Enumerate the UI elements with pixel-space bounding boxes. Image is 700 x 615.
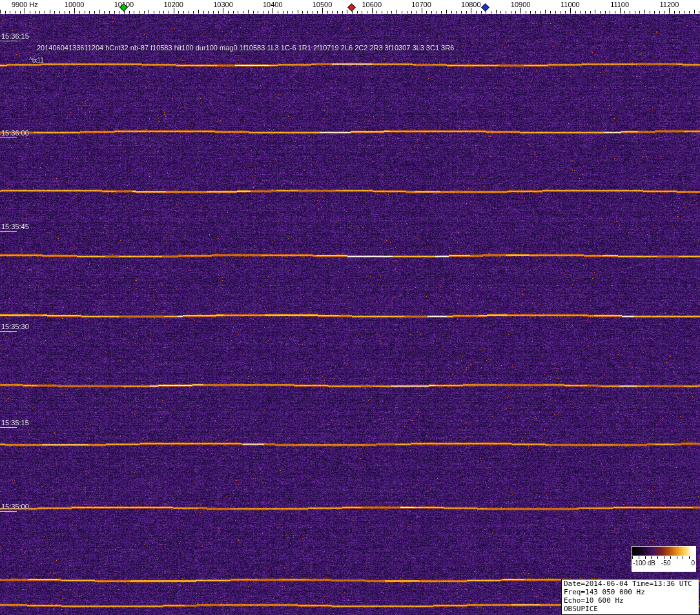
info-station-line: OBSUPICE	[564, 605, 697, 613]
freq-tick-label: 10400	[256, 1, 289, 8]
info-freq-line: Freq=143 050 000 Hz	[564, 588, 697, 596]
tx-marker-label: ^tx11	[29, 57, 44, 64]
freq-tick-label: 10700	[405, 1, 438, 8]
frequency-ruler[interactable]: 9900 Hz100001010010200103001040010500106…	[0, 0, 700, 14]
info-date-line: Date=2014-06-04 Time=13:36 UTC	[564, 580, 697, 588]
waterfall-canvas[interactable]	[0, 14, 700, 615]
time-tick-label: 15:35:45	[1, 223, 29, 230]
time-tick-line	[0, 137, 17, 138]
freq-tick-label: 10600	[355, 1, 389, 8]
detection-annotation: 20140604133611204 hCnt32 nb-87 f10583 hi…	[37, 44, 454, 52]
time-tick-label: 15:35:15	[1, 419, 29, 427]
colorbar-gradient	[632, 547, 695, 556]
freq-tick-label: 11100	[603, 1, 637, 8]
time-tick-line	[0, 41, 17, 41]
time-tick-line	[0, 231, 17, 232]
colorbar-label-mid: -50	[661, 560, 670, 567]
spectrogram-app: 9900 Hz100001010010200103001040010500106…	[0, 0, 700, 615]
time-tick-label: 15:35:00	[1, 503, 29, 510]
colorbar-labels: -100 dB -50 0	[632, 559, 695, 567]
time-tick-label: 15:36:15	[1, 32, 29, 40]
time-tick-label: 15:36:00	[1, 129, 29, 137]
time-tick-line	[0, 511, 17, 512]
freq-tick-label: 10000	[57, 1, 91, 8]
info-echo-line: Echo=10 600 Hz	[564, 596, 697, 605]
freq-tick-label: 9900 Hz	[8, 1, 41, 8]
colorbar: -100 dB -50 0	[632, 546, 696, 572]
time-tick-line	[0, 331, 17, 332]
freq-tick-label: 10200	[157, 1, 190, 8]
time-tick-label: 15:35:30	[1, 323, 29, 330]
time-tick-line	[0, 427, 17, 428]
freq-tick-label: 10900	[504, 1, 537, 8]
station-info-box: Date=2014-06-04 Time=13:36 UTC Freq=143 …	[561, 579, 699, 615]
freq-tick-label: 10300	[206, 1, 240, 8]
colorbar-label-min: -100 dB	[633, 560, 655, 567]
freq-tick-label: 11200	[652, 1, 686, 8]
colorbar-label-max: 0	[691, 560, 695, 567]
freq-tick-label: 11000	[553, 1, 587, 8]
freq-tick-label: 10500	[305, 1, 339, 8]
spectrogram-area[interactable]: 15:36:1515:36:0015:35:4515:35:3015:35:15…	[0, 14, 700, 615]
